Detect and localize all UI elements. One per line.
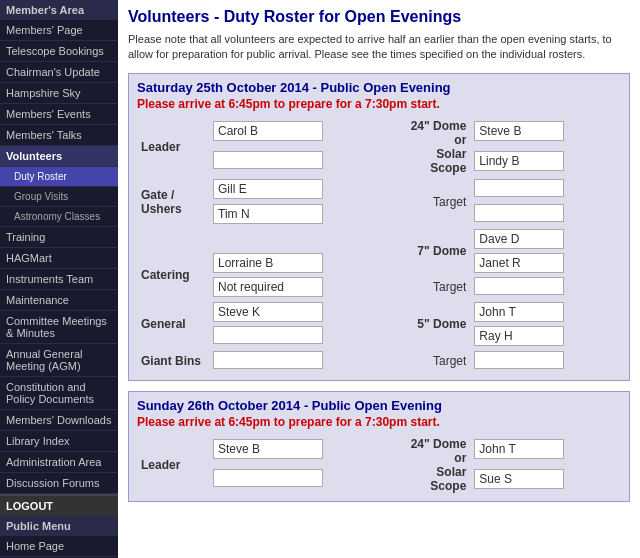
sidebar-item-telescope-bookings[interactable]: Telescope Bookings	[0, 41, 118, 62]
sidebar-item-library-index[interactable]: Library Index	[0, 431, 118, 452]
general-name-1: Steve K	[213, 302, 323, 322]
sunday-arrive-text: Please arrive at 6:45pm to prepare for a…	[137, 415, 621, 429]
scope-person-2: Lindy B	[474, 151, 564, 171]
sidebar-item-home-page[interactable]: Home Page	[0, 536, 118, 557]
sidebar-members-area-header: Member's Area	[0, 0, 118, 20]
intro-text: Please note that all volunteers are expe…	[128, 32, 630, 63]
role-catering: Catering	[137, 251, 209, 300]
role-giant-bins: Giant Bins	[137, 349, 209, 374]
sunday-scope-24dome-label: 24" Dome orSolar Scope	[398, 435, 470, 495]
main-content: Volunteers - Duty Roster for Open Evenin…	[118, 0, 640, 558]
dome5-person-2: Ray H	[474, 326, 564, 346]
sidebar-item-administration[interactable]: Administration Area	[0, 452, 118, 473]
table-row: Lindy B	[137, 146, 621, 177]
saturday-arrive-text: Please arrive at 6:45pm to prepare for a…	[137, 97, 621, 111]
sidebar-item-training[interactable]: Training	[0, 227, 118, 248]
giant-bins-target-box	[474, 351, 564, 369]
general-name-2	[213, 326, 323, 344]
gate-target-box-1	[474, 179, 564, 197]
giant-bins-name	[213, 351, 323, 369]
scope-7dome-label: 7" Dome	[398, 227, 470, 275]
saturday-event-block: Saturday 25th October 2014 - Public Open…	[128, 73, 630, 381]
sunday-roster-table: Leader Steve B 24" Dome orSolar Scope Jo…	[137, 435, 621, 495]
sidebar: Member's Area Members' Page Telescope Bo…	[0, 0, 118, 558]
sidebar-item-hampshire-sky[interactable]: Hampshire Sky	[0, 83, 118, 104]
sunday-event-title: Sunday 26th October 2014 - Public Open E…	[137, 398, 621, 413]
sidebar-item-astronomy-classes[interactable]: Astronomy Classes	[0, 207, 118, 227]
role-gate-ushers: Gate / Ushers	[137, 177, 209, 227]
sunday-leader-name-2	[213, 469, 323, 487]
sidebar-item-members-page[interactable]: Members' Page	[0, 20, 118, 41]
role-empty-1	[137, 227, 209, 251]
saturday-roster-table: Leader Carol B 24" Dome orSolar Scope St…	[137, 117, 621, 374]
saturday-event-title: Saturday 25th October 2014 - Public Open…	[137, 80, 621, 95]
table-row: Sue S	[137, 464, 621, 495]
dome7-person-2: Janet R	[474, 253, 564, 273]
table-row: Not required Target	[137, 275, 621, 300]
dome7-person-1: Dave D	[474, 229, 564, 249]
table-row: Giant Bins Target	[137, 349, 621, 374]
catering-name-1: Lorraine B	[213, 253, 323, 273]
logout-button[interactable]: LOGOUT	[0, 496, 118, 516]
sidebar-public-menu-header: Public Menu	[0, 516, 118, 536]
leader-name-2	[213, 151, 323, 169]
sidebar-item-volunteers[interactable]: Volunteers	[0, 146, 118, 167]
sidebar-item-group-visits[interactable]: Group Visits	[0, 187, 118, 207]
role-general: General	[137, 300, 209, 349]
sunday-role-leader: Leader	[137, 435, 209, 495]
scope-24dome-label: 24" Dome orSolar Scope	[398, 117, 470, 177]
sidebar-item-discussion-forums[interactable]: Discussion Forums	[0, 473, 118, 494]
sidebar-item-chairmans-update[interactable]: Chairman's Update	[0, 62, 118, 83]
sunday-scope-person-2: Sue S	[474, 469, 564, 489]
sidebar-item-maintenance[interactable]: Maintenance	[0, 290, 118, 311]
sidebar-item-instruments-team[interactable]: Instruments Team	[0, 269, 118, 290]
table-row: Catering Lorraine B Janet R	[137, 251, 621, 275]
sidebar-item-committee-meetings[interactable]: Committee Meetings & Minutes	[0, 311, 118, 344]
page-title: Volunteers - Duty Roster for Open Evenin…	[128, 8, 630, 26]
table-row: Leader Steve B 24" Dome orSolar Scope Jo…	[137, 435, 621, 464]
dome5-person-1: John T	[474, 302, 564, 322]
catering-target-box	[474, 277, 564, 295]
table-row: Ray H	[137, 324, 621, 349]
table-row: Gate / Ushers Gill E Target	[137, 177, 621, 202]
giant-bins-target-label: Target	[398, 349, 470, 374]
table-row: Tim N	[137, 202, 621, 227]
gate-name-1: Gill E	[213, 179, 323, 199]
table-row: 7" Dome Dave D	[137, 227, 621, 251]
sidebar-item-agm[interactable]: Annual General Meeting (AGM)	[0, 344, 118, 377]
sidebar-item-members-events[interactable]: Members' Events	[0, 104, 118, 125]
catering-name-2: Not required	[213, 277, 323, 297]
sunday-leader-name-1: Steve B	[213, 439, 323, 459]
sidebar-item-members-talks[interactable]: Members' Talks	[0, 125, 118, 146]
sunday-scope-person-1: John T	[474, 439, 564, 459]
scope-5dome-label: 5" Dome	[398, 300, 470, 349]
catering-target-label: Target	[398, 275, 470, 300]
role-leader: Leader	[137, 117, 209, 177]
sidebar-item-members-downloads[interactable]: Members' Downloads	[0, 410, 118, 431]
sidebar-item-hagmart[interactable]: HAGMart	[0, 248, 118, 269]
table-row: General Steve K 5" Dome John T	[137, 300, 621, 324]
sunday-event-block: Sunday 26th October 2014 - Public Open E…	[128, 391, 630, 502]
gate-target-box-2	[474, 204, 564, 222]
sidebar-item-constitution[interactable]: Constitution and Policy Documents	[0, 377, 118, 410]
table-row: Leader Carol B 24" Dome orSolar Scope St…	[137, 117, 621, 146]
gate-name-2: Tim N	[213, 204, 323, 224]
scope-person-1: Steve B	[474, 121, 564, 141]
sidebar-item-duty-roster[interactable]: Duty Roster	[0, 167, 118, 187]
leader-name-1: Carol B	[213, 121, 323, 141]
gate-target-label: Target	[398, 177, 470, 227]
